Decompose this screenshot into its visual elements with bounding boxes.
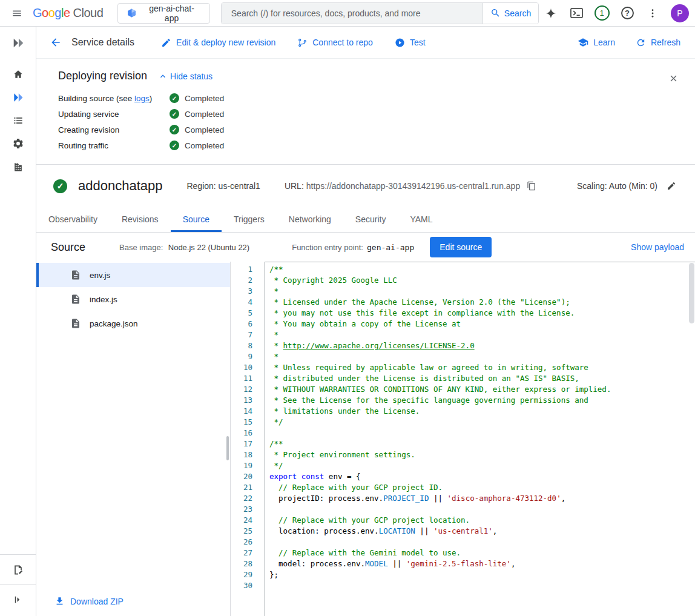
- avatar-letter: P: [677, 8, 682, 18]
- tab-yaml[interactable]: YAML: [398, 206, 444, 232]
- code-line: * Copyright 2025 Google LLC: [269, 275, 695, 286]
- menu-button[interactable]: [5, 1, 29, 25]
- source-body: env.jsindex.jspackage.json Download ZIP …: [36, 262, 695, 616]
- line-number: 3: [231, 286, 252, 297]
- edit-deploy-button[interactable]: Edit & deploy new revision: [161, 38, 275, 48]
- file-item-env.js[interactable]: env.js: [36, 263, 230, 287]
- code-line: * Licensed under the Apache License, Ver…: [269, 297, 695, 308]
- file-pane-scrollbar[interactable]: [226, 436, 229, 460]
- hide-status-button[interactable]: Hide status: [158, 71, 212, 81]
- deploy-step: Building source (see logs)Completed: [58, 90, 680, 106]
- learn-button[interactable]: Learn: [578, 37, 615, 48]
- test-button[interactable]: Test: [395, 38, 426, 48]
- nav-domains[interactable]: [4, 155, 32, 178]
- service-status-check-icon: [53, 179, 67, 193]
- tab-security[interactable]: Security: [343, 206, 398, 232]
- code-line: [269, 504, 695, 515]
- base-image: Base image: Node.js 22 (Ubuntu 22): [119, 242, 249, 253]
- cloud-run-logo-button[interactable]: [4, 31, 32, 55]
- refresh-button[interactable]: Refresh: [636, 38, 680, 48]
- collapse-nav-button[interactable]: [4, 588, 32, 611]
- line-number: 30: [231, 580, 252, 591]
- code-line: *: [269, 330, 695, 340]
- release-notes-button[interactable]: [4, 558, 32, 581]
- back-arrow-icon: [50, 36, 62, 48]
- back-button[interactable]: [44, 30, 68, 55]
- close-panel-button[interactable]: [661, 66, 685, 90]
- show-payload-link[interactable]: Show payload: [631, 242, 684, 252]
- code-line: * You may obtain a copy of the License a…: [269, 319, 695, 330]
- file-name: env.js: [90, 271, 110, 280]
- collapse-nav-icon: [13, 594, 24, 605]
- nav-integrations[interactable]: [4, 132, 32, 155]
- check-circle-icon: [170, 93, 179, 103]
- file-name: index.js: [90, 295, 117, 304]
- search-button[interactable]: Search: [483, 3, 538, 24]
- file-item-package.json[interactable]: package.json: [36, 311, 230, 336]
- code-line: * WITHOUT WARRANTIES OR CONDITIONS OF AN…: [269, 384, 695, 395]
- deploy-step: Updating serviceCompleted: [58, 106, 680, 122]
- line-number: 15: [231, 417, 252, 428]
- edit-source-button[interactable]: Edit source: [430, 237, 492, 257]
- refresh-label: Refresh: [651, 38, 680, 47]
- editor-code[interactable]: /** * Copyright 2025 Google LLC * * Lice…: [265, 262, 695, 616]
- connect-repo-button[interactable]: Connect to repo: [297, 38, 373, 48]
- step-status-text: Completed: [185, 94, 224, 103]
- download-zip-button[interactable]: Download ZIP: [36, 596, 230, 616]
- deploy-step-status: Completed: [170, 125, 224, 134]
- check-circle-icon: [170, 125, 179, 134]
- code-line: *: [269, 286, 695, 297]
- hide-status-label: Hide status: [170, 71, 212, 81]
- notifications-button[interactable]: 1: [590, 1, 614, 25]
- line-number: 22: [231, 493, 252, 504]
- service-header: addonchatapp Region: us-central1 URL: ht…: [36, 165, 695, 206]
- home-icon: [12, 68, 24, 81]
- copy-url-button[interactable]: [522, 177, 541, 195]
- more-button[interactable]: [641, 1, 665, 25]
- pencil-icon: [667, 181, 676, 191]
- cloud-shell-button[interactable]: [564, 1, 588, 25]
- tab-observability[interactable]: Observability: [36, 206, 110, 232]
- avatar[interactable]: P: [671, 4, 689, 22]
- tab-triggers[interactable]: Triggers: [222, 206, 277, 232]
- code-line: * See the License for the specific langu…: [269, 395, 695, 406]
- google-cloud-logo[interactable]: Google Cloud: [33, 6, 103, 20]
- entry-point-value: gen-ai-app: [367, 243, 414, 252]
- project-picker[interactable]: gen-ai-chat-app: [117, 3, 209, 24]
- tab-revisions[interactable]: Revisions: [110, 206, 171, 232]
- deploy-step-label: Routing traffic: [58, 141, 170, 150]
- service-url: https://addonchatapp-301439142196.us-cen…: [306, 181, 520, 191]
- entry-point-label: Function entry point:: [292, 243, 363, 252]
- tab-networking[interactable]: Networking: [277, 206, 343, 232]
- edit-scaling-button[interactable]: [662, 177, 680, 195]
- tab-source[interactable]: Source: [171, 206, 222, 232]
- editor-gutter: 1234567891011121314151617181920212223242…: [231, 262, 265, 616]
- code-line: // Replace with your GCP project locatio…: [269, 515, 695, 526]
- code-editor: 1234567891011121314151617181920212223242…: [231, 262, 695, 616]
- line-number: 5: [231, 308, 252, 319]
- service-region: Region: us-central1: [186, 181, 260, 191]
- repo-icon: [297, 38, 308, 48]
- deploy-step: Creating revisionCompleted: [58, 122, 680, 137]
- nav-home[interactable]: [4, 63, 32, 86]
- line-number: 25: [231, 526, 252, 537]
- learn-icon: [578, 37, 588, 48]
- search-input[interactable]: [222, 3, 483, 24]
- gemini-button[interactable]: [539, 1, 563, 25]
- service-url-wrap: URL: https://addonchatapp-301439142196.u…: [285, 177, 541, 195]
- logs-link[interactable]: logs: [134, 94, 150, 103]
- project-icon: [127, 8, 137, 18]
- nav-services[interactable]: [4, 86, 32, 109]
- domains-icon: [12, 161, 24, 173]
- editor-scrollbar[interactable]: [689, 263, 694, 323]
- code-line: };: [269, 569, 695, 580]
- line-number: 23: [231, 504, 252, 515]
- line-number: 10: [231, 362, 252, 373]
- play-circle-icon: [395, 38, 405, 48]
- source-header: Source Base image: Node.js 22 (Ubuntu 22…: [36, 233, 695, 262]
- deploy-panel-title: Deploying revision: [58, 70, 147, 82]
- help-button[interactable]: [615, 1, 639, 25]
- file-item-index.js[interactable]: index.js: [36, 287, 230, 311]
- nav-revisions[interactable]: [4, 109, 32, 132]
- step-status-text: Completed: [185, 125, 224, 134]
